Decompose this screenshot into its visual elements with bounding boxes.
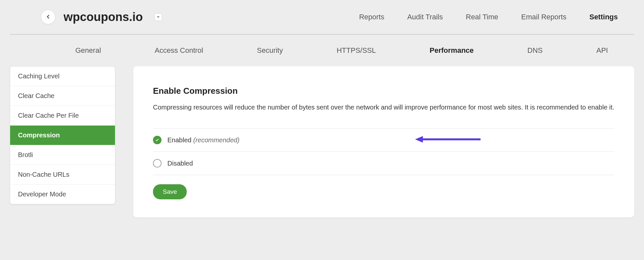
sidebar-item-label: Clear Cache Per File	[18, 112, 79, 119]
site-dropdown-button[interactable]	[154, 13, 162, 21]
sidebar-item-compression[interactable]: Compression	[10, 126, 115, 145]
sidebar-item-label: Caching Level	[18, 72, 60, 80]
chevron-down-icon	[157, 15, 160, 20]
sidebar-item-label: Compression	[18, 131, 60, 139]
save-button[interactable]: Save	[153, 184, 187, 199]
nav-settings[interactable]: Settings	[589, 13, 618, 21]
sidebar-item-caching-level[interactable]: Caching Level	[10, 67, 115, 86]
top-bar-left: wpcoupons.io	[41, 10, 162, 24]
sidebar-item-clear-cache-per-file[interactable]: Clear Cache Per File	[10, 106, 115, 126]
nav-real-time[interactable]: Real Time	[466, 13, 498, 21]
option-disabled[interactable]: Disabled	[153, 151, 615, 175]
option-text: Disabled	[167, 160, 193, 167]
main-panel: Enable Compression Compressing resources…	[133, 66, 634, 217]
tab-general[interactable]: General	[75, 46, 101, 55]
site-title: wpcoupons.io	[64, 10, 143, 24]
sidebar-item-label: Clear Cache	[18, 92, 54, 99]
svg-marker-1	[415, 136, 423, 143]
tab-bar: General Access Control Security HTTPS/SS…	[0, 35, 644, 66]
tab-dns[interactable]: DNS	[527, 46, 542, 55]
tab-https-ssl[interactable]: HTTPS/SSL	[337, 46, 376, 55]
top-bar: wpcoupons.io Reports Audit Trails Real T…	[10, 0, 634, 35]
option-label: Disabled	[167, 160, 193, 167]
sidebar-item-label: Developer Mode	[18, 190, 66, 198]
panel-heading: Enable Compression	[153, 86, 615, 96]
sidebar-item-developer-mode[interactable]: Developer Mode	[10, 185, 115, 204]
sidebar-item-label: Non-Cache URLs	[18, 171, 69, 178]
content-row: Caching Level Clear Cache Clear Cache Pe…	[0, 66, 644, 227]
option-label: Enabled (recommended)	[167, 136, 239, 144]
radio-unchecked-icon	[153, 159, 161, 168]
sidebar-item-clear-cache[interactable]: Clear Cache	[10, 86, 115, 106]
nav-email-reports[interactable]: Email Reports	[521, 13, 566, 21]
option-text: Enabled	[167, 136, 191, 144]
annotation-arrow-icon	[415, 135, 481, 145]
sidebar-item-non-cache-urls[interactable]: Non-Cache URLs	[10, 165, 115, 185]
tab-performance[interactable]: Performance	[430, 46, 474, 55]
nav-reports[interactable]: Reports	[359, 13, 384, 21]
sidebar-item-label: Brotli	[18, 151, 33, 158]
panel-description: Compressing resources will reduce the nu…	[153, 102, 615, 112]
nav-audit-trails[interactable]: Audit Trails	[407, 13, 443, 21]
arrow-left-icon	[46, 14, 51, 20]
tab-api[interactable]: API	[597, 46, 608, 55]
top-nav: Reports Audit Trails Real Time Email Rep…	[359, 13, 618, 21]
back-button[interactable]	[41, 10, 55, 24]
option-suffix: (recommended)	[193, 136, 239, 144]
tab-access-control[interactable]: Access Control	[155, 46, 203, 55]
option-enabled[interactable]: Enabled (recommended)	[153, 128, 615, 151]
sidebar: Caching Level Clear Cache Clear Cache Pe…	[10, 66, 115, 204]
radio-checked-icon	[153, 136, 161, 144]
tab-security[interactable]: Security	[257, 46, 283, 55]
sidebar-item-brotli[interactable]: Brotli	[10, 145, 115, 165]
